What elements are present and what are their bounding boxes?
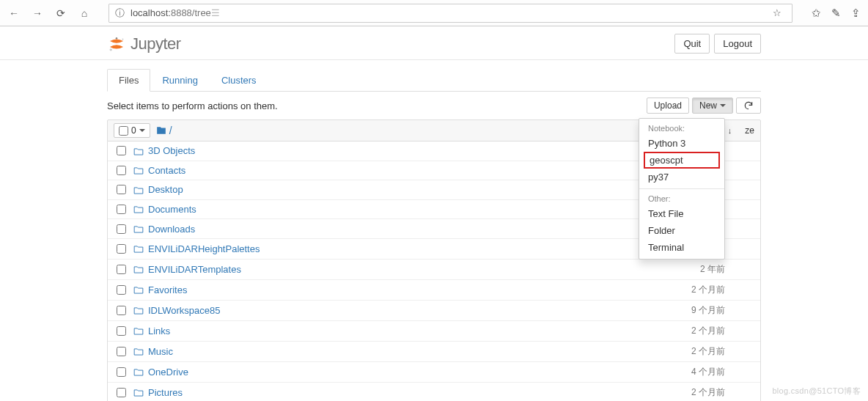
folder-icon — [133, 184, 144, 196]
folder-icon — [133, 387, 144, 399]
forward-icon[interactable]: → — [31, 7, 44, 19]
tab-clusters[interactable]: Clusters — [210, 69, 268, 92]
caret-down-icon — [720, 104, 726, 107]
row-checkbox[interactable] — [117, 347, 126, 356]
jupyter-header: Jupyter Quit Logout — [107, 26, 761, 59]
file-modified: 2 个月前 — [691, 386, 754, 399]
folder-icon — [133, 284, 144, 296]
info-icon[interactable]: ⓘ — [115, 7, 125, 20]
edit-icon[interactable]: ✎ — [831, 7, 841, 20]
file-modified: 2 个月前 — [691, 325, 754, 337]
list-header: 0 / Name ↓ ze Notebook: Python 3geoscptp… — [107, 119, 761, 141]
share-icon[interactable]: ⇪ — [851, 7, 861, 20]
favorite-star-icon[interactable]: ☆ — [773, 7, 781, 18]
favorites-icon[interactable]: ✩ — [812, 7, 821, 20]
svg-point-1 — [110, 48, 112, 51]
row-checkbox[interactable] — [117, 367, 126, 377]
new-button-label: New — [699, 100, 717, 111]
file-link[interactable]: Favorites — [148, 284, 187, 295]
new-button[interactable]: New — [692, 98, 733, 114]
dropdown-item[interactable]: Folder — [639, 222, 724, 239]
toolbar-row: Select items to perform actions on them.… — [107, 98, 761, 114]
select-caret-icon — [139, 129, 145, 132]
file-modified: 2 个月前 — [691, 284, 754, 296]
jupyter-logo-text: Jupyter — [130, 34, 181, 54]
file-link[interactable]: Contacts — [148, 165, 185, 176]
refresh-icon[interactable]: ⟳ — [54, 7, 67, 19]
file-link[interactable]: IDLWorkspace85 — [148, 305, 221, 316]
row-checkbox[interactable] — [117, 185, 126, 194]
dropdown-item[interactable]: py37 — [639, 169, 724, 185]
file-link[interactable]: Links — [148, 325, 170, 336]
file-link[interactable]: ENVILiDARHeightPalettes — [148, 243, 260, 254]
back-icon[interactable]: ← — [7, 7, 21, 19]
file-modified: 4 个月前 — [691, 366, 754, 378]
select-all-checkbox[interactable] — [119, 126, 128, 136]
row-checkbox[interactable] — [117, 326, 126, 336]
folder-icon — [133, 243, 144, 255]
home-icon[interactable]: ⌂ — [78, 7, 91, 19]
folder-icon — [133, 305, 144, 317]
breadcrumb[interactable]: / — [156, 125, 172, 136]
url-path: 8888/tree — [171, 7, 211, 18]
dropdown-item[interactable]: Python 3 — [639, 135, 724, 152]
new-dropdown-menu: Notebook: Python 3geoscptpy37 Other: Tex… — [639, 118, 725, 260]
reading-list-icon[interactable]: ☰ — [211, 7, 220, 18]
file-link[interactable]: Pictures — [148, 387, 183, 398]
jupyter-logo-icon — [107, 34, 126, 54]
file-link[interactable]: Documents — [148, 204, 196, 215]
file-modified: 2 年前 — [700, 263, 754, 276]
row-checkbox[interactable] — [117, 244, 126, 254]
row-checkbox[interactable] — [117, 265, 126, 274]
row-checkbox[interactable] — [117, 388, 126, 397]
file-row: OneDrive4 个月前 — [108, 362, 760, 383]
file-row: Music2 个月前 — [108, 342, 760, 362]
file-modified: 9 个月前 — [691, 304, 754, 317]
tab-files[interactable]: Files — [107, 69, 150, 92]
tab-bar: Files Running Clusters — [107, 69, 761, 92]
row-checkbox[interactable] — [117, 146, 126, 155]
quit-button[interactable]: Quit — [674, 34, 710, 54]
file-link[interactable]: OneDrive — [148, 367, 188, 378]
file-link[interactable]: Desktop — [148, 184, 183, 195]
refresh-list-button[interactable] — [736, 98, 761, 114]
file-link[interactable]: 3D Objects — [148, 145, 195, 156]
row-checkbox[interactable] — [117, 285, 126, 295]
row-checkbox[interactable] — [117, 306, 126, 315]
file-row: ENVILiDARTemplates2 年前 — [108, 260, 760, 280]
jupyter-logo[interactable]: Jupyter — [107, 34, 181, 54]
row-checkbox[interactable] — [117, 224, 126, 234]
address-bar[interactable]: ⓘ localhost:8888/tree ☰ ☆ — [108, 4, 792, 23]
folder-icon — [133, 223, 144, 235]
browser-right-icons: ✩ ✎ ⇪ — [812, 7, 861, 20]
file-link[interactable]: ENVILiDARTemplates — [148, 264, 241, 275]
column-size[interactable]: ze — [745, 125, 754, 136]
folder-icon — [133, 264, 144, 276]
svg-point-2 — [122, 38, 123, 40]
file-row: Favorites2 个月前 — [108, 280, 760, 301]
browser-toolbar: ← → ⟳ ⌂ ⓘ localhost:8888/tree ☰ ☆ ✩ ✎ ⇪ — [0, 0, 868, 26]
folder-icon — [156, 125, 166, 136]
logout-button[interactable]: Logout — [714, 34, 761, 54]
dropdown-section-other: Other: — [639, 192, 724, 205]
file-row: Links2 个月前 — [108, 321, 760, 342]
watermark: blog.csdn@51CTO博客 — [772, 386, 861, 397]
dropdown-item[interactable]: Terminal — [639, 239, 724, 256]
folder-icon — [133, 145, 144, 157]
dropdown-item[interactable]: geoscpt — [644, 152, 720, 169]
file-link[interactable]: Music — [148, 346, 173, 357]
row-checkbox[interactable] — [117, 166, 126, 175]
file-row: IDLWorkspace859 个月前 — [108, 301, 760, 321]
selected-count: 0 — [131, 125, 136, 136]
file-modified: 2 个月前 — [691, 345, 754, 358]
tab-running[interactable]: Running — [150, 69, 209, 92]
file-row: Pictures2 个月前 — [108, 383, 760, 401]
upload-button[interactable]: Upload — [647, 98, 689, 114]
folder-icon — [133, 165, 144, 177]
select-all-box[interactable]: 0 — [114, 123, 150, 138]
dropdown-item[interactable]: Text File — [639, 205, 724, 222]
sort-arrow-icon: ↓ — [728, 126, 732, 135]
row-checkbox[interactable] — [117, 205, 126, 214]
file-link[interactable]: Downloads — [148, 224, 195, 235]
folder-icon — [133, 346, 144, 358]
